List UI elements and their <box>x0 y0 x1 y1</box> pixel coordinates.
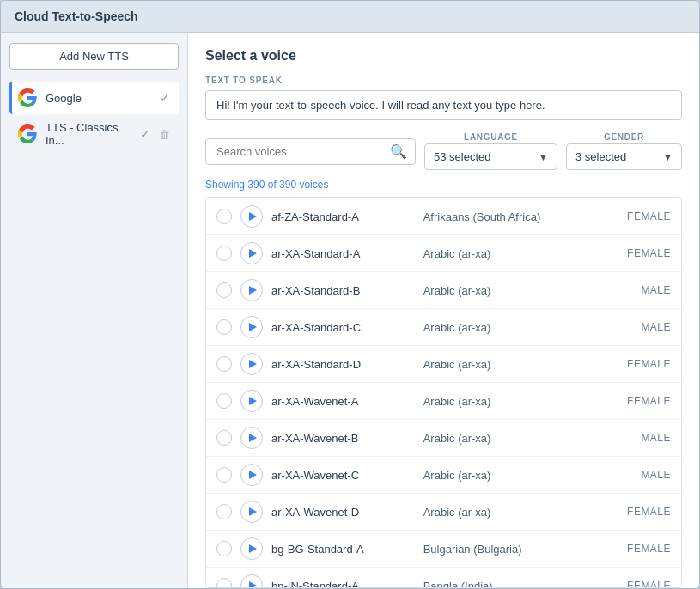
voice-row[interactable]: ar-XA-Wavenet-C Arabic (ar-xa) MALE <box>206 457 681 494</box>
voice-name: ar-XA-Standard-B <box>271 284 415 297</box>
voice-gender: FEMALE <box>611 543 671 555</box>
voice-play-button[interactable] <box>240 574 263 588</box>
add-new-tts-button[interactable]: Add New TTS <box>9 43 179 70</box>
play-icon <box>249 544 257 553</box>
search-input[interactable] <box>205 138 416 165</box>
voice-play-button[interactable] <box>240 279 263 301</box>
tts-classics-trash-icon[interactable]: 🗑 <box>159 128 170 141</box>
voice-name: bg-BG-Standard-A <box>271 543 415 556</box>
voice-name: ar-XA-Standard-A <box>271 247 415 260</box>
voice-row[interactable]: ar-XA-Standard-D Arabic (ar-xa) FEMALE <box>206 346 681 383</box>
filters-row: 🔍 LANGUAGE 53 selected ▼ GENDER 3 select… <box>205 132 682 170</box>
play-icon <box>249 212 257 221</box>
voice-language: Afrikaans (South Africa) <box>423 210 602 223</box>
voice-play-button[interactable] <box>240 537 263 560</box>
voice-language: Arabic (ar-xa) <box>423 432 602 445</box>
voice-row[interactable]: ar-XA-Wavenet-B Arabic (ar-xa) MALE <box>206 420 681 457</box>
voice-select-checkbox[interactable] <box>216 578 232 588</box>
voice-play-button[interactable] <box>240 353 263 375</box>
voice-language: Arabic (ar-xa) <box>423 321 602 334</box>
voice-name: bn-IN-Standard-A <box>271 580 415 589</box>
voice-language: Arabic (ar-xa) <box>423 469 602 482</box>
gender-chevron-icon: ▼ <box>663 152 673 162</box>
tts-text-input[interactable] <box>205 90 682 120</box>
voice-select-checkbox[interactable] <box>216 430 232 446</box>
play-icon <box>249 434 257 442</box>
voice-row[interactable]: bg-BG-Standard-A Bulgarian (Bulgaria) FE… <box>206 531 681 568</box>
main-panel: Select a voice TEXT TO SPEAK 🔍 LANGUAGE … <box>188 33 699 588</box>
app-title: Cloud Text-to-Speech <box>15 9 138 23</box>
voice-row[interactable]: ar-XA-Standard-A Arabic (ar-xa) FEMALE <box>206 235 681 272</box>
voice-select-checkbox[interactable] <box>216 541 232 556</box>
gender-filter-dropdown[interactable]: 3 selected ▼ <box>566 143 682 170</box>
play-icon <box>249 360 257 368</box>
gender-selected-value: 3 selected <box>575 150 626 163</box>
voice-select-checkbox[interactable] <box>216 504 232 519</box>
play-icon <box>249 507 257 516</box>
voice-row[interactable]: ar-XA-Standard-B Arabic (ar-xa) MALE <box>206 272 681 309</box>
voice-play-button[interactable] <box>240 316 263 338</box>
app-window: Cloud Text-to-Speech Add New TTS Google … <box>0 0 700 589</box>
voice-gender: FEMALE <box>611 210 671 222</box>
voice-select-checkbox[interactable] <box>216 356 232 372</box>
voice-play-button[interactable] <box>240 464 263 486</box>
voice-row[interactable]: bn-IN-Standard-A Bangla (India) FEMALE <box>206 568 681 588</box>
play-icon <box>249 581 257 588</box>
voice-name: ar-XA-Wavenet-D <box>271 506 415 519</box>
voice-play-button[interactable] <box>240 242 263 264</box>
voice-language: Arabic (ar-xa) <box>423 395 602 408</box>
voice-name: ar-XA-Wavenet-B <box>271 432 415 445</box>
voice-gender: FEMALE <box>611 247 671 259</box>
voice-select-checkbox[interactable] <box>216 282 232 298</box>
voice-row[interactable]: ar-XA-Wavenet-D Arabic (ar-xa) FEMALE <box>206 494 681 531</box>
voice-select-checkbox[interactable] <box>216 209 232 224</box>
voice-gender: FEMALE <box>611 358 671 370</box>
sidebar: Add New TTS Google ✓ <box>1 33 188 588</box>
sidebar-item-tts-classics[interactable]: TTS - Classics In... ✓ 🗑 <box>9 114 179 154</box>
voice-name: ar-XA-Standard-D <box>271 358 415 371</box>
voice-play-button[interactable] <box>240 427 263 449</box>
voice-language: Arabic (ar-xa) <box>423 506 602 519</box>
play-icon <box>249 397 257 405</box>
sidebar-item-google-label: Google <box>46 92 151 105</box>
play-icon <box>249 323 257 331</box>
voice-play-button[interactable] <box>240 390 263 412</box>
voice-row[interactable]: af-ZA-Standard-A Afrikaans (South Africa… <box>206 198 681 235</box>
voice-select-checkbox[interactable] <box>216 246 232 261</box>
search-container: 🔍 <box>205 138 416 165</box>
voice-gender: MALE <box>611 469 671 481</box>
voice-play-button[interactable] <box>240 501 263 523</box>
play-icon <box>249 471 257 479</box>
voice-select-checkbox[interactable] <box>216 393 232 409</box>
voice-language: Arabic (ar-xa) <box>423 358 602 371</box>
voice-name: ar-XA-Wavenet-A <box>271 395 415 408</box>
language-filter-label: LANGUAGE <box>424 132 557 142</box>
language-selected-value: 53 selected <box>434 150 491 163</box>
title-bar: Cloud Text-to-Speech <box>1 1 699 33</box>
voice-language: Arabic (ar-xa) <box>423 247 602 260</box>
language-filter-dropdown[interactable]: 53 selected ▼ <box>424 143 557 170</box>
play-icon <box>249 249 257 258</box>
tts-section-label: TEXT TO SPEAK <box>205 76 682 85</box>
voice-play-button[interactable] <box>240 205 263 228</box>
voice-list: af-ZA-Standard-A Afrikaans (South Africa… <box>205 197 682 588</box>
voice-name: af-ZA-Standard-A <box>271 210 415 223</box>
voice-row[interactable]: ar-XA-Wavenet-A Arabic (ar-xa) FEMALE <box>206 383 681 420</box>
voice-gender: MALE <box>611 284 671 296</box>
voice-language: Bangla (India) <box>423 580 602 589</box>
content-area: Add New TTS Google ✓ <box>1 33 699 588</box>
voice-row[interactable]: ar-XA-Standard-C Arabic (ar-xa) MALE <box>206 309 681 346</box>
voice-select-checkbox[interactable] <box>216 467 232 483</box>
tts-classics-icon <box>18 124 37 143</box>
language-chevron-icon: ▼ <box>539 152 548 162</box>
google-icon <box>18 88 37 107</box>
voice-gender: FEMALE <box>611 580 671 588</box>
panel-title: Select a voice <box>205 48 682 64</box>
voice-language: Bulgarian (Bulgaria) <box>423 543 602 556</box>
gender-filter-label: GENDER <box>566 132 682 142</box>
voice-gender: FEMALE <box>611 506 671 518</box>
voice-select-checkbox[interactable] <box>216 319 232 335</box>
sidebar-item-google[interactable]: Google ✓ <box>9 82 179 114</box>
voice-name: ar-XA-Wavenet-C <box>271 469 415 482</box>
play-icon <box>249 286 257 294</box>
